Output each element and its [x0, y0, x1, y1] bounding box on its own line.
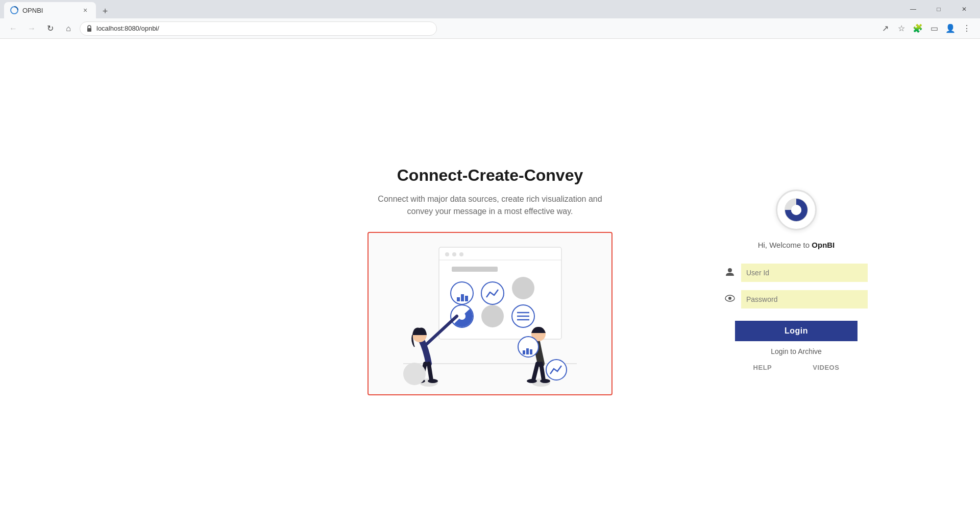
- svg-rect-35: [530, 349, 532, 354]
- svg-rect-33: [523, 350, 525, 354]
- svg-point-27: [428, 379, 438, 383]
- svg-rect-34: [526, 348, 529, 354]
- profile-icon[interactable]: 👤: [943, 21, 958, 36]
- page-content: Connect-Create-Convey Connect with major…: [0, 39, 980, 522]
- svg-rect-13: [465, 296, 468, 301]
- active-tab[interactable]: OPNBI ×: [4, 2, 96, 18]
- login-archive-link[interactable]: Login to Archive: [771, 347, 822, 355]
- svg-point-6: [452, 252, 456, 256]
- new-tab-button[interactable]: +: [98, 4, 112, 18]
- password-input[interactable]: [741, 290, 868, 309]
- login-button[interactable]: Login: [735, 321, 857, 341]
- logo-icon: [783, 197, 809, 223]
- tab-favicon: [10, 6, 18, 14]
- svg-point-31: [540, 379, 550, 383]
- url-text: localhost:8080/opnbi/: [96, 25, 159, 32]
- sidebar-icon[interactable]: ▭: [927, 21, 941, 36]
- svg-point-14: [481, 282, 504, 304]
- user-icon: [725, 267, 737, 279]
- svg-rect-11: [457, 297, 460, 301]
- close-button[interactable]: ✕: [952, 2, 976, 16]
- login-form-section: Hi, Welcome to OpnBI Login: [694, 169, 898, 392]
- svg-point-30: [527, 379, 537, 383]
- window-controls: — □ ✕: [901, 2, 976, 16]
- svg-point-18: [458, 313, 465, 320]
- svg-point-7: [459, 252, 463, 256]
- videos-link[interactable]: VIDEOS: [813, 364, 839, 371]
- footer-links: HELP VIDEOS: [753, 364, 840, 371]
- toolbar-icons: ↗ ☆ 🧩 ▭ 👤 ⋮: [878, 21, 974, 36]
- hero-subtitle: Connect with major data sources, create …: [368, 193, 612, 218]
- back-button[interactable]: ←: [6, 21, 20, 36]
- left-section: Connect-Create-Convey Connect with major…: [296, 166, 684, 395]
- svg-point-36: [546, 360, 567, 380]
- welcome-text: Hi, Welcome to OpnBI: [758, 241, 835, 249]
- brand-name: OpnBI: [812, 241, 835, 249]
- bookmark-icon[interactable]: ☆: [894, 21, 909, 36]
- svg-rect-1: [87, 28, 91, 32]
- svg-point-15: [512, 277, 534, 299]
- svg-point-43: [728, 297, 731, 300]
- svg-point-41: [728, 268, 732, 272]
- minimize-button[interactable]: —: [901, 2, 925, 16]
- extensions-icon[interactable]: 🧩: [911, 21, 925, 36]
- hero-title: Connect-Create-Convey: [397, 166, 583, 185]
- svg-point-40: [791, 205, 801, 215]
- browser-toolbar: ← → ↻ ⌂ localhost:8080/opnbi/ ↗ ☆ 🧩 ▭ 👤 …: [0, 18, 980, 39]
- svg-point-37: [403, 363, 426, 385]
- illustration-container: [368, 232, 612, 395]
- browser-chrome: OPNBI × + — □ ✕ ← → ↻ ⌂ localhost:8080/o…: [0, 0, 980, 39]
- address-bar[interactable]: localhost:8080/opnbi/: [80, 21, 437, 36]
- svg-rect-9: [452, 267, 498, 272]
- userid-input[interactable]: [741, 264, 868, 282]
- forward-button[interactable]: →: [24, 21, 39, 36]
- app-logo: [776, 189, 817, 230]
- svg-point-5: [445, 252, 449, 256]
- refresh-button[interactable]: ↻: [43, 21, 57, 36]
- tab-close-button[interactable]: ×: [81, 6, 90, 15]
- help-link[interactable]: HELP: [753, 364, 772, 371]
- menu-icon[interactable]: ⋮: [960, 21, 974, 36]
- welcome-prefix: Hi, Welcome to: [758, 241, 812, 249]
- browser-titlebar: OPNBI × + — □ ✕: [0, 0, 980, 18]
- userid-group: [725, 264, 868, 282]
- tab-title: OPNBI: [22, 7, 43, 14]
- lock-icon: [86, 25, 92, 32]
- maximize-button[interactable]: □: [927, 2, 950, 16]
- tab-bar: OPNBI × +: [4, 0, 112, 18]
- home-button[interactable]: ⌂: [61, 21, 76, 36]
- hero-illustration: [378, 237, 602, 390]
- svg-point-19: [481, 305, 504, 327]
- password-group: [725, 290, 868, 309]
- svg-rect-12: [461, 294, 464, 301]
- eye-icon: [725, 294, 737, 305]
- share-icon[interactable]: ↗: [878, 21, 892, 36]
